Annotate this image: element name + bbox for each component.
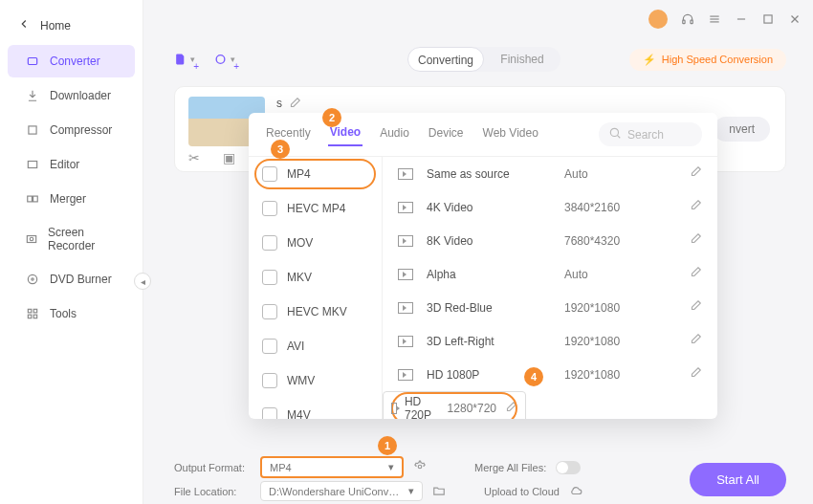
sidebar-home[interactable]: Home bbox=[0, 8, 143, 43]
tab-recently[interactable]: Recently bbox=[264, 124, 313, 145]
trim-icon[interactable]: ✂ bbox=[188, 150, 200, 165]
format-mp4[interactable]: MP4 bbox=[249, 157, 382, 191]
tab-audio[interactable]: Audio bbox=[378, 124, 411, 145]
res-4k[interactable]: 4K Video3840*2160 bbox=[383, 190, 717, 224]
edit-icon[interactable] bbox=[689, 366, 702, 383]
format-icon bbox=[262, 201, 277, 216]
file-location-select[interactable]: D:\Wondershare UniConverter 1▾ bbox=[260, 481, 423, 501]
sidebar-item-converter[interactable]: Converter bbox=[8, 45, 135, 77]
output-format-label: Output Format: bbox=[174, 462, 251, 473]
format-wmv[interactable]: WMV bbox=[249, 363, 382, 398]
dvd-icon bbox=[25, 272, 40, 287]
edit-icon[interactable] bbox=[689, 165, 702, 182]
format-icon bbox=[262, 304, 277, 319]
search-placeholder: Search bbox=[627, 128, 664, 142]
format-search[interactable]: Search bbox=[599, 122, 702, 146]
folder-icon[interactable] bbox=[432, 484, 446, 499]
output-format-select[interactable]: MP4▾ bbox=[260, 456, 404, 478]
sidebar-item-downloader[interactable]: Downloader bbox=[8, 79, 135, 112]
svg-rect-13 bbox=[33, 196, 38, 202]
svg-point-22 bbox=[216, 55, 225, 64]
start-all-button[interactable]: Start All bbox=[690, 463, 786, 496]
edit-icon[interactable] bbox=[689, 299, 702, 316]
badge-2: 2 bbox=[322, 108, 341, 127]
settings-icon[interactable] bbox=[413, 460, 427, 475]
play-icon bbox=[398, 269, 413, 280]
svg-rect-10 bbox=[29, 126, 36, 134]
edit-icon[interactable] bbox=[689, 232, 702, 249]
sidebar-item-merger[interactable]: Merger bbox=[8, 183, 135, 215]
sidebar-item-label: Merger bbox=[50, 192, 86, 206]
format-hevc-mkv[interactable]: HEVC MKV bbox=[249, 295, 382, 329]
res-alpha[interactable]: AlphaAuto bbox=[383, 257, 717, 291]
sidebar-item-label: Editor bbox=[50, 158, 79, 171]
high-speed-badge[interactable]: ⚡High Speed Conversion bbox=[629, 49, 786, 71]
file-location-label: File Location: bbox=[174, 486, 251, 497]
sidebar-item-editor[interactable]: Editor bbox=[8, 148, 135, 181]
format-avi[interactable]: AVI bbox=[249, 329, 382, 363]
svg-rect-9 bbox=[28, 58, 36, 65]
sidebar-item-label: Screen Recorder bbox=[48, 226, 118, 252]
menu-icon[interactable] bbox=[708, 12, 721, 26]
file-title: s bbox=[276, 97, 282, 110]
edit-icon[interactable] bbox=[689, 266, 702, 282]
chevron-down-icon: ▾ bbox=[388, 461, 394, 473]
close-button[interactable] bbox=[788, 12, 802, 26]
tab-converting[interactable]: Converting bbox=[407, 47, 484, 72]
edit-title-icon[interactable] bbox=[288, 97, 301, 113]
sidebar-item-label: DVD Burner bbox=[50, 273, 112, 286]
converter-icon bbox=[25, 54, 40, 69]
sidebar-item-screen-recorder[interactable]: Screen Recorder bbox=[8, 217, 135, 261]
tab-web-video[interactable]: Web Video bbox=[481, 124, 540, 145]
merger-icon bbox=[25, 191, 40, 207]
play-icon bbox=[398, 202, 413, 213]
svg-rect-1 bbox=[691, 20, 692, 24]
svg-point-25 bbox=[418, 465, 422, 469]
headset-icon[interactable] bbox=[681, 12, 694, 26]
res-3d-lr[interactable]: 3D Left-Right1920*1080 bbox=[383, 324, 717, 358]
res-3d-rb[interactable]: 3D Red-Blue1920*1080 bbox=[383, 291, 717, 324]
svg-rect-20 bbox=[28, 315, 31, 318]
add-url-button[interactable]: +▾ bbox=[214, 49, 235, 70]
play-icon bbox=[391, 403, 397, 414]
svg-line-24 bbox=[617, 135, 620, 138]
res-1080p[interactable]: HD 1080P1920*1080 bbox=[383, 358, 717, 391]
add-file-button[interactable]: +▾ bbox=[174, 49, 195, 70]
bolt-icon: ⚡ bbox=[643, 54, 656, 66]
svg-point-15 bbox=[30, 237, 33, 241]
sidebar-item-label: Compressor bbox=[50, 123, 112, 137]
merge-toggle[interactable] bbox=[556, 461, 581, 474]
tab-device[interactable]: Device bbox=[427, 124, 466, 145]
maximize-button[interactable] bbox=[761, 12, 775, 26]
res-720p[interactable]: HD 720P1280*720 bbox=[383, 391, 526, 419]
search-icon bbox=[608, 126, 622, 142]
res-8k[interactable]: 8K Video7680*4320 bbox=[383, 224, 717, 257]
tab-finished[interactable]: Finished bbox=[484, 47, 560, 72]
format-mkv[interactable]: MKV bbox=[249, 260, 382, 295]
format-icon bbox=[262, 166, 277, 182]
format-dropdown: Recently Video Audio Device Web Video Se… bbox=[249, 113, 717, 419]
svg-rect-6 bbox=[764, 15, 772, 23]
edit-icon[interactable] bbox=[689, 333, 702, 349]
format-m4v[interactable]: M4V bbox=[249, 398, 382, 419]
minimize-button[interactable] bbox=[735, 12, 748, 26]
res-same[interactable]: Same as sourceAuto bbox=[383, 157, 717, 190]
format-icon bbox=[262, 373, 277, 388]
svg-rect-0 bbox=[683, 20, 685, 24]
avatar[interactable] bbox=[648, 10, 668, 29]
format-hevc-mp4[interactable]: HEVC MP4 bbox=[249, 191, 382, 226]
cloud-icon[interactable] bbox=[569, 484, 582, 499]
play-icon bbox=[398, 302, 413, 314]
crop-icon[interactable]: ▣ bbox=[223, 150, 235, 165]
edit-icon[interactable] bbox=[689, 199, 702, 215]
sidebar-item-dvd-burner[interactable]: DVD Burner bbox=[8, 263, 135, 296]
svg-rect-21 bbox=[33, 315, 37, 318]
sidebar-item-tools[interactable]: Tools bbox=[8, 297, 135, 330]
play-icon bbox=[398, 369, 413, 381]
svg-rect-19 bbox=[33, 309, 37, 313]
edit-icon[interactable] bbox=[504, 401, 517, 417]
convert-button[interactable]: nvert bbox=[714, 117, 770, 142]
format-mov[interactable]: MOV bbox=[249, 226, 382, 260]
svg-rect-11 bbox=[28, 162, 36, 168]
sidebar-item-compressor[interactable]: Compressor bbox=[8, 114, 135, 146]
